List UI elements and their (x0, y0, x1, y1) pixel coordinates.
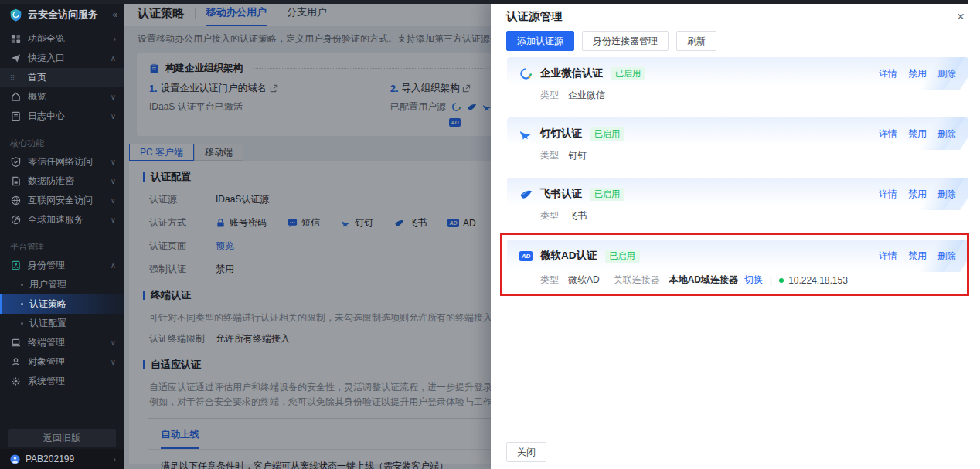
sidebar-item-overview[interactable]: 概览 ∨ (0, 87, 124, 107)
sidebar-item-quick-entry[interactable]: 快捷入口 ∧ (0, 49, 124, 68)
chevron-down-icon: ∨ (111, 93, 116, 101)
sidebar-item-label: 全球加速服务 (28, 213, 111, 226)
online-status-dot (779, 278, 784, 283)
details-link[interactable]: 详情 (879, 250, 897, 263)
sidebar-item-label: 对象管理 (28, 355, 111, 369)
dingtalk-icon (519, 127, 533, 141)
delete-link[interactable]: 删除 (937, 188, 956, 201)
sidebar-item-dlp[interactable]: 数据防泄密 ∨ (0, 172, 124, 191)
modal-overlay[interactable] (124, 0, 491, 469)
drawer-close-button[interactable]: 关闭 (506, 442, 546, 462)
sidebar-item-label: 首页 (28, 71, 116, 84)
auth-source-card-wecom: 企业微信认证 已启用 详情 禁用 删除 类型 企业微信 (507, 57, 968, 107)
details-link[interactable]: 详情 (879, 127, 897, 141)
card-meta: 类型 微软AD 关联连接器 本地AD域连接器 切换 | 10.224.18.15… (540, 274, 956, 287)
type-value: 钉钉 (568, 149, 587, 162)
details-link[interactable]: 详情 (879, 67, 897, 80)
sidebar-item-system-mgmt[interactable]: 系统管理 (0, 372, 124, 391)
type-label: 类型 (540, 149, 559, 162)
auth-source-card-feishu: 飞书认证 已启用 详情 禁用 删除 类型 飞书 (507, 178, 968, 227)
back-to-legacy-button[interactable]: 返回旧版 (8, 429, 116, 447)
user-row[interactable]: PAB202199 › (0, 449, 124, 469)
sidebar-item-identity[interactable]: 身份管理 ∧ (0, 256, 124, 275)
disable-link[interactable]: 禁用 (908, 250, 927, 263)
sidebar-item-label: 概览 (28, 90, 111, 104)
chevron-right-icon: › (114, 35, 116, 43)
disable-link[interactable]: 禁用 (908, 67, 927, 80)
sidebar-item-auth-policy[interactable]: 认证策略 (0, 294, 124, 314)
drawer-toolbar: 添加认证源 身份连接器管理 刷新 (491, 31, 980, 51)
card-actions: 详情 禁用 删除 (879, 67, 956, 80)
refresh-button[interactable]: 刷新 (676, 31, 716, 51)
card-actions: 详情 禁用 删除 (879, 188, 956, 201)
disable-link[interactable]: 禁用 (908, 127, 927, 141)
card-header: 钉钉认证 已启用 详情 禁用 删除 (519, 127, 956, 141)
disable-link[interactable]: 禁用 (908, 188, 927, 201)
sidebar-item-internet-access[interactable]: 互联网安全访问 ∨ (0, 191, 124, 210)
app-title: 云安全访问服务 (28, 8, 112, 22)
status-badge: 已启用 (590, 127, 624, 141)
card-header: 飞书认证 已启用 详情 禁用 删除 (519, 187, 956, 201)
file-lock-icon (10, 176, 21, 187)
auth-source-drawer: 认证源管理 × 添加认证源 身份连接器管理 刷新 企业微信认证 已启用 详情 禁… (491, 0, 980, 469)
sidebar-item-acceleration[interactable]: 全球加速服务 ∨ (0, 210, 124, 229)
auth-source-card-microsoft-ad: AD 微软AD认证 已启用 详情 禁用 删除 类型 微软AD 关联连接器 本地A… (507, 240, 968, 294)
chevron-down-icon: ∨ (111, 358, 116, 366)
brand-shield-icon (9, 8, 22, 22)
chevron-down-icon: ∨ (111, 196, 116, 205)
sidebar-section-platform: 平台管理 (0, 237, 124, 256)
sidebar-item-label: 快捷入口 (28, 52, 111, 65)
card-actions: 详情 禁用 删除 (879, 250, 956, 263)
top-edge-strip (0, 0, 968, 4)
bullet-icon (21, 303, 23, 305)
identity-connector-button[interactable]: 身份连接器管理 (582, 31, 669, 51)
delete-link[interactable]: 删除 (937, 67, 956, 80)
type-value: 企业微信 (568, 89, 605, 102)
chevron-up-icon: ∧ (111, 54, 116, 63)
user-circle-icon (10, 357, 21, 368)
feishu-icon (519, 188, 533, 201)
sidebar-item-home[interactable]: ⠿ 首页 (0, 68, 124, 87)
close-icon[interactable]: × (957, 12, 965, 22)
auth-source-card-dingtalk: 钉钉认证 已启用 详情 禁用 删除 类型 钉钉 (507, 117, 968, 167)
sidebar-item-label: 用户管理 (29, 278, 116, 291)
auth-source-name: 微软AD认证 (540, 249, 597, 263)
sidebar-item-auth-config[interactable]: 认证配置 (0, 314, 124, 333)
bullet-icon (21, 322, 23, 325)
gear-icon (10, 376, 21, 387)
sidebar-collapse-icon[interactable]: « (112, 9, 117, 20)
sidebar-item-user-mgmt[interactable]: 用户管理 (0, 275, 124, 294)
drag-handle-icon[interactable]: ⠿ (10, 74, 21, 82)
sidebar-item-label: 认证策略 (29, 297, 116, 311)
auth-source-list: 企业微信认证 已启用 详情 禁用 删除 类型 企业微信 钉钉认证 (491, 57, 980, 294)
sidebar-item-label: 日志中心 (28, 110, 111, 123)
identity-badge-icon (10, 260, 21, 271)
sidebar-item-ztna[interactable]: 零信任网络访问 ∨ (0, 152, 124, 172)
speed-icon (10, 215, 21, 226)
globe-icon (10, 195, 21, 206)
bullet-icon (21, 284, 23, 286)
sidebar-item-terminal-mgmt[interactable]: 终端管理 ∨ (0, 333, 124, 352)
chevron-up-icon: ∧ (111, 261, 116, 270)
auth-source-name: 企业微信认证 (540, 66, 603, 80)
sidebar-item-label: 功能全览 (28, 32, 114, 46)
connector-label: 关联连接器 (614, 274, 660, 287)
chevron-right-icon: › (113, 454, 116, 464)
sidebar-item-label: 认证配置 (29, 317, 116, 330)
sidebar-item-log-center[interactable]: 日志中心 ∨ (0, 107, 124, 126)
sidebar-item-object-mgmt[interactable]: 对象管理 ∨ (0, 352, 124, 372)
add-auth-source-button[interactable]: 添加认证源 (506, 31, 574, 51)
paper-plane-icon (10, 53, 21, 64)
chevron-down-icon: ∨ (111, 158, 116, 166)
delete-link[interactable]: 删除 (937, 127, 956, 141)
wecom-icon (519, 67, 533, 80)
status-badge: 已启用 (605, 250, 640, 263)
type-value: 微软AD (568, 274, 600, 287)
card-meta: 类型 飞书 (540, 209, 956, 223)
switch-connector-link[interactable]: 切换 (744, 274, 763, 287)
grid-icon (10, 34, 21, 45)
sidebar-item-overview-all[interactable]: 功能全览 › (0, 29, 124, 49)
delete-link[interactable]: 删除 (937, 250, 956, 263)
details-link[interactable]: 详情 (879, 188, 897, 201)
drawer-title: 认证源管理 (506, 9, 563, 24)
